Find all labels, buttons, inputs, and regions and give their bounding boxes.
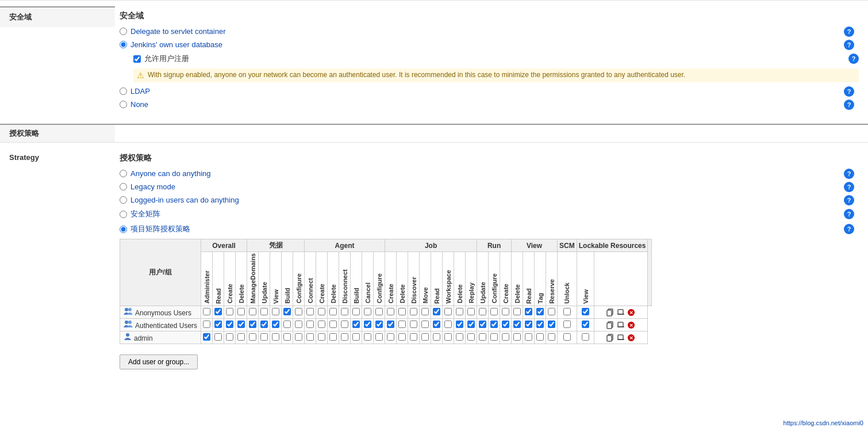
perm-cell[interactable]	[316, 319, 328, 331]
perm-checkbox[interactable]	[456, 333, 463, 341]
perm-cell[interactable]	[535, 331, 546, 344]
perm-cell[interactable]	[420, 331, 431, 344]
perm-checkbox[interactable]	[352, 321, 360, 328]
perm-checkbox[interactable]	[375, 333, 383, 341]
perm-cell[interactable]	[224, 331, 236, 344]
perm-cell[interactable]	[500, 306, 512, 319]
copy-row-button[interactable]	[606, 308, 615, 317]
perm-checkbox[interactable]	[467, 321, 475, 328]
perm-cell[interactable]	[577, 331, 594, 344]
help-jenkins-db[interactable]: ?	[844, 40, 854, 50]
perm-cell[interactable]	[500, 331, 512, 344]
perm-cell[interactable]	[224, 319, 236, 331]
perm-checkbox[interactable]	[513, 308, 521, 315]
perm-checkbox[interactable]	[421, 308, 429, 315]
perm-cell[interactable]	[489, 306, 500, 319]
perm-checkbox[interactable]	[375, 308, 383, 315]
perm-cell[interactable]	[201, 319, 213, 331]
perm-cell[interactable]	[247, 331, 259, 344]
perm-cell[interactable]	[512, 306, 523, 319]
perm-cell[interactable]	[558, 306, 577, 319]
perm-checkbox[interactable]	[295, 321, 302, 328]
perm-cell[interactable]	[213, 319, 224, 331]
perm-cell[interactable]	[535, 306, 546, 319]
perm-cell[interactable]	[523, 306, 535, 319]
perm-cell[interactable]	[420, 319, 431, 331]
perm-checkbox[interactable]	[433, 333, 440, 341]
perm-checkbox[interactable]	[237, 308, 245, 315]
help-legacy[interactable]: ?	[844, 182, 854, 192]
perm-checkbox[interactable]	[260, 321, 268, 328]
perm-cell[interactable]	[577, 306, 594, 319]
perm-cell[interactable]	[328, 319, 339, 331]
perm-cell[interactable]	[431, 319, 443, 331]
perm-cell[interactable]	[247, 319, 259, 331]
add-user-button[interactable]: Add user or group...	[120, 354, 198, 369]
perm-checkbox[interactable]	[306, 308, 314, 315]
perm-checkbox[interactable]	[536, 333, 544, 341]
label-legacy[interactable]: Legacy mode	[130, 182, 175, 191]
perm-checkbox[interactable]	[364, 308, 371, 315]
radio-ldap[interactable]	[120, 87, 127, 95]
label-project-matrix[interactable]: 项目矩阵授权策略	[130, 224, 190, 234]
perm-cell[interactable]	[293, 331, 305, 344]
perm-cell[interactable]	[351, 319, 362, 331]
perm-checkbox[interactable]	[226, 321, 233, 328]
perm-cell[interactable]	[293, 306, 305, 319]
perm-cell[interactable]	[466, 331, 477, 344]
perm-checkbox[interactable]	[283, 333, 291, 341]
perm-cell[interactable]	[259, 319, 270, 331]
perm-cell[interactable]	[236, 306, 247, 319]
perm-cell[interactable]	[523, 319, 535, 331]
perm-checkbox[interactable]	[444, 321, 452, 328]
radio-delegate[interactable]	[120, 28, 127, 35]
perm-cell[interactable]	[420, 306, 431, 319]
perm-cell[interactable]	[431, 331, 443, 344]
help-matrix[interactable]: ?	[844, 209, 854, 219]
perm-checkbox[interactable]	[398, 333, 406, 341]
perm-cell[interactable]	[362, 331, 374, 344]
perm-checkbox[interactable]	[237, 333, 245, 341]
label-anyone[interactable]: Anyone can do anything	[130, 169, 211, 178]
perm-checkbox[interactable]	[456, 321, 463, 328]
perm-checkbox[interactable]	[563, 333, 571, 341]
help-ldap[interactable]: ?	[844, 86, 854, 97]
perm-cell[interactable]	[259, 306, 270, 319]
perm-checkbox[interactable]	[479, 321, 486, 328]
perm-checkbox[interactable]	[203, 333, 210, 341]
perm-cell[interactable]	[489, 331, 500, 344]
perm-cell[interactable]	[282, 331, 293, 344]
perm-checkbox[interactable]	[582, 333, 589, 341]
perm-cell[interactable]	[305, 319, 316, 331]
perm-cell[interactable]	[201, 306, 213, 319]
perm-cell[interactable]	[512, 331, 523, 344]
help-delegate[interactable]: ?	[844, 26, 854, 37]
perm-checkbox[interactable]	[272, 321, 279, 328]
perm-cell[interactable]	[477, 319, 489, 331]
perm-checkbox[interactable]	[352, 333, 360, 341]
perm-cell[interactable]	[443, 319, 454, 331]
perm-checkbox[interactable]	[203, 321, 210, 328]
perm-checkbox[interactable]	[398, 308, 406, 315]
perm-checkbox[interactable]	[410, 321, 417, 328]
perm-checkbox[interactable]	[226, 308, 233, 315]
perm-cell[interactable]	[351, 331, 362, 344]
perm-cell[interactable]	[546, 331, 558, 344]
perm-checkbox[interactable]	[283, 308, 291, 315]
perm-cell[interactable]	[500, 319, 512, 331]
perm-checkbox[interactable]	[502, 308, 509, 315]
perm-cell[interactable]	[374, 331, 385, 344]
perm-checkbox[interactable]	[272, 308, 279, 315]
perm-checkbox[interactable]	[341, 321, 348, 328]
perm-cell[interactable]	[466, 306, 477, 319]
perm-checkbox[interactable]	[306, 321, 314, 328]
perm-checkbox[interactable]	[214, 333, 222, 341]
perm-checkbox[interactable]	[582, 321, 589, 328]
perm-cell[interactable]	[316, 306, 328, 319]
perm-checkbox[interactable]	[410, 308, 417, 315]
perm-checkbox[interactable]	[260, 308, 268, 315]
perm-cell[interactable]	[213, 306, 224, 319]
radio-loggedin[interactable]	[120, 196, 127, 204]
perm-checkbox[interactable]	[456, 308, 463, 315]
label-jenkins-db[interactable]: Jenkins' own user database	[130, 40, 222, 49]
